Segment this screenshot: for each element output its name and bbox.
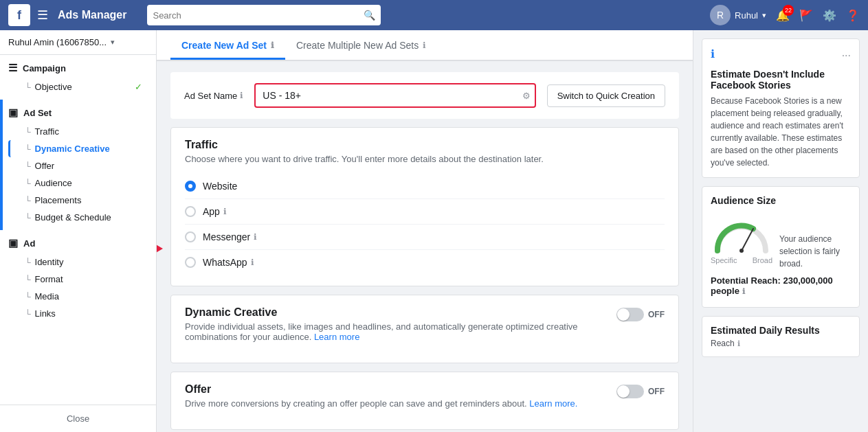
gauge-labels: Specific Broad [711, 256, 772, 264]
estimate-title: Estimate Doesn't Include Facebook Storie… [711, 69, 851, 91]
hamburger-icon[interactable]: ☰ [37, 8, 48, 23]
ad-icon: ▣ [8, 237, 18, 249]
estimated-daily-label: Estimated Daily Results [711, 325, 851, 336]
estimate-card: ℹ ··· Estimate Doesn't Include Facebook … [702, 38, 860, 178]
offer-subtitle: Drive more conversions by creating an of… [185, 398, 605, 409]
sidebar-section-adset: ▣ Ad Set └ Traffic └ Dynamic Creative └ … [0, 100, 156, 230]
adset-label: Ad Set [23, 108, 52, 118]
tab-create-new-ad-set[interactable]: Create New Ad Set ℹ [170, 30, 285, 60]
facebook-logo: f [8, 4, 30, 26]
help-icon[interactable]: ❓ [846, 9, 860, 22]
svg-line-0 [742, 229, 753, 251]
account-chevron-icon: ▾ [111, 38, 115, 47]
settings-icon[interactable]: ⚙️ [823, 9, 836, 22]
ad-set-name-row: Ad Set Name ℹ ⚙ Switch to Quick Creation [170, 72, 679, 119]
offer-toggle-track[interactable] [616, 385, 644, 398]
estimated-daily-card: Estimated Daily Results Reach ℹ [702, 316, 860, 357]
notif-badge: 22 [783, 5, 794, 16]
flag-icon[interactable]: 🚩 [799, 9, 813, 22]
sidebar-item-traffic[interactable]: └ Traffic [8, 123, 148, 140]
dynamic-creative-toggle-track[interactable] [616, 308, 644, 321]
radio-whatsapp-circle [185, 257, 196, 268]
ad-set-name-input[interactable] [254, 83, 535, 108]
offer-toggle[interactable]: OFF [616, 385, 665, 398]
arrow-annotation [157, 238, 163, 260]
potential-reach: Potential Reach: 230,000,000 people ℹ [711, 275, 851, 296]
tree-line: └ [25, 82, 31, 92]
main-panel: Create New Ad Set ℹ Create Multiple New … [157, 30, 693, 432]
radio-app-circle [185, 206, 196, 217]
gauge-text: Your audience selection is fairly broad. [779, 233, 851, 270]
radio-messenger-circle [185, 231, 196, 242]
tabs-bar: Create New Ad Set ℹ Create Multiple New … [157, 30, 693, 61]
dynamic-creative-title: Dynamic Creative [185, 306, 605, 319]
account-selector[interactable]: Ruhul Amin (16067850... ▾ [0, 30, 156, 55]
ad-set-name-label: Ad Set Name ℹ [184, 91, 243, 101]
radio-whatsapp[interactable]: WhatsApp ℹ [185, 250, 665, 275]
audience-size-card: Audience Size Specific [702, 186, 860, 308]
traffic-card: Traffic Choose where you want to drive t… [170, 127, 679, 286]
ad-label: Ad [23, 238, 35, 249]
gauge-chart: Specific Broad [711, 213, 772, 270]
offer-learn-more[interactable]: Learn more. [529, 398, 577, 409]
sidebar-item-media[interactable]: └ Media [8, 288, 148, 305]
dynamic-creative-learn-more[interactable]: Learn more [314, 332, 359, 342]
username-chevron[interactable]: ▾ [762, 11, 766, 20]
objective-check-icon: ✓ [135, 82, 142, 92]
radio-messenger-label: Messenger ℹ [203, 231, 257, 242]
radio-app[interactable]: App ℹ [185, 199, 665, 225]
sidebar-item-audience[interactable]: └ Audience [8, 174, 148, 192]
campaign-icon: ☰ [8, 62, 17, 74]
username-label: Ruhul [735, 10, 758, 21]
radio-website[interactable]: Website [185, 174, 665, 199]
campaign-label: Campaign [23, 63, 66, 73]
campaign-header: ☰ Campaign [8, 62, 148, 74]
radio-messenger[interactable]: Messenger ℹ [185, 225, 665, 250]
offer-row: Offer Drive more conversions by creating… [185, 383, 665, 418]
offer-info: Offer Drive more conversions by creating… [185, 383, 605, 418]
gauge-svg [711, 213, 772, 254]
offer-card: Offer Drive more conversions by creating… [170, 372, 679, 430]
switch-to-quick-creation-button[interactable]: Switch to Quick Creation [547, 84, 665, 107]
search-bar[interactable]: 🔍 [147, 5, 381, 25]
tab-multiple-label: Create Multiple New Ad Sets [296, 40, 419, 51]
ads-manager-title: Ads Manager [58, 9, 126, 21]
sidebar-item-budget-schedule[interactable]: └ Budget & Schedule [8, 209, 148, 226]
sidebar-item-dynamic-creative[interactable]: └ Dynamic Creative [8, 140, 148, 157]
estimated-daily-reach: Reach ℹ [711, 339, 851, 348]
gear-icon[interactable]: ⚙ [522, 91, 531, 101]
dynamic-creative-info: Dynamic Creative Provide individual asse… [185, 306, 605, 352]
dynamic-creative-toggle-label: OFF [648, 310, 665, 319]
estimate-card-header: ℹ ··· [711, 47, 851, 63]
dynamic-creative-row: Dynamic Creative Provide individual asse… [185, 306, 665, 352]
sidebar-item-links[interactable]: └ Links [8, 305, 148, 322]
gauge-container: Specific Broad Your audience selection i… [711, 213, 851, 270]
estimate-more-icon[interactable]: ··· [842, 49, 851, 62]
account-name: Ruhul Amin (16067850... [8, 37, 107, 47]
dynamic-creative-toggle-thumb [617, 308, 630, 321]
dynamic-creative-subtitle: Provide individual assets, like images a… [185, 321, 605, 342]
red-arrow-icon [157, 238, 163, 260]
tab-create-label: Create New Ad Set [181, 40, 267, 51]
sidebar: Ruhul Amin (16067850... ▾ ☰ Campaign └ O… [0, 30, 157, 432]
ad-header: ▣ Ad [8, 237, 148, 249]
sidebar-item-format[interactable]: └ Format [8, 271, 148, 288]
svg-point-1 [739, 249, 744, 253]
avatar: R [710, 5, 731, 25]
sidebar-item-placements[interactable]: └ Placements [8, 192, 148, 209]
sidebar-item-objective[interactable]: └ Objective ✓ [8, 78, 148, 95]
search-input[interactable] [153, 10, 364, 21]
sidebar-item-identity[interactable]: └ Identity [8, 253, 148, 271]
topnav-right: R Ruhul ▾ 🔔 22 🚩 ⚙️ ❓ [710, 5, 860, 25]
dynamic-creative-toggle[interactable]: OFF [616, 308, 665, 321]
sidebar-section-campaign: ☰ Campaign └ Objective ✓ [0, 55, 156, 100]
right-panel: ℹ ··· Estimate Doesn't Include Facebook … [693, 30, 868, 432]
notifications-button[interactable]: 🔔 22 [776, 9, 790, 22]
traffic-title: Traffic [185, 139, 665, 151]
tab-multiple-info-icon: ℹ [423, 41, 426, 50]
sidebar-item-offer[interactable]: └ Offer [8, 157, 148, 174]
audience-size-label: Audience Size [711, 195, 851, 206]
adset-header: ▣ Ad Set [8, 106, 148, 119]
close-button[interactable]: Close [0, 405, 156, 432]
tab-create-multiple[interactable]: Create Multiple New Ad Sets ℹ [285, 30, 437, 60]
